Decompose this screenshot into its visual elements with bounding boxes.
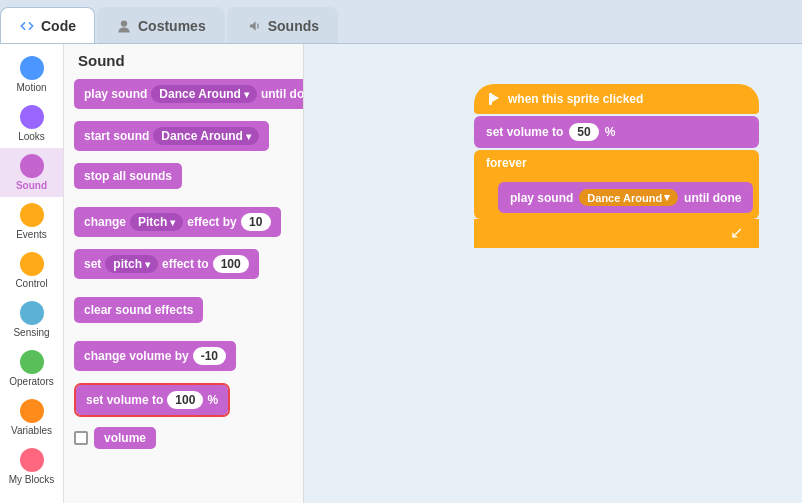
tab-code-label: Code	[41, 18, 76, 34]
stop-sounds-label: stop all sounds	[84, 169, 172, 183]
pitch-dropdown-2[interactable]: pitch	[105, 255, 158, 273]
clear-effects-label: clear sound effects	[84, 303, 193, 317]
code-area: when this sprite clicked set volume to 5…	[304, 44, 802, 503]
change-volume-label: change volume by	[84, 349, 189, 363]
block-set-volume-highlighted[interactable]: set volume to 100 %	[74, 383, 230, 417]
panel-title: Sound	[74, 52, 293, 69]
sidebar-item-motion[interactable]: Motion	[0, 50, 63, 99]
forever-arrow: ↙	[474, 219, 759, 248]
categories-sidebar: Motion Looks Sound Events Control Sensin…	[0, 44, 64, 503]
pitch-dropdown[interactable]: Pitch	[130, 213, 183, 231]
volume-change-value[interactable]: -10	[193, 347, 226, 365]
forever-label: forever	[486, 156, 527, 170]
costume-icon	[116, 18, 132, 34]
sound-dropdown-1[interactable]: Dance Around	[151, 85, 257, 103]
block-stop-sounds[interactable]: stop all sounds	[74, 163, 293, 195]
tab-costumes-label: Costumes	[138, 18, 206, 34]
canvas-inner-play-sound[interactable]: play sound Dance Around until done	[498, 182, 753, 213]
until-done-label: until done	[261, 87, 304, 101]
play-sound-label: play sound	[84, 87, 147, 101]
sidebar-item-control[interactable]: Control	[0, 246, 63, 295]
canvas-set-volume[interactable]: set volume to 50 %	[474, 116, 759, 148]
volume-set-value[interactable]: 100	[167, 391, 203, 409]
sidebar-label-events: Events	[16, 229, 47, 240]
svg-rect-1	[489, 93, 492, 105]
canvas-forever-block[interactable]: forever play sound Dance Around until do…	[474, 150, 759, 248]
change-label: change	[84, 215, 126, 229]
sidebar-item-operators[interactable]: Operators	[0, 344, 63, 393]
volume-var-label: volume	[104, 431, 146, 445]
svg-point-0	[121, 20, 127, 26]
block-start-sound[interactable]: start sound Dance Around	[74, 121, 293, 157]
events-dot	[20, 203, 44, 227]
start-sound-label: start sound	[84, 129, 149, 143]
pitch-value[interactable]: 10	[241, 213, 271, 231]
control-dot	[20, 252, 44, 276]
effect-by-label: effect by	[187, 215, 236, 229]
inner-sound-dropdown[interactable]: Dance Around	[579, 189, 678, 206]
tab-bar: Code Costumes Sounds	[0, 0, 802, 44]
set-volume-label: set volume to	[86, 393, 163, 407]
canvas-group: when this sprite clicked set volume to 5…	[474, 84, 759, 248]
tab-sounds[interactable]: Sounds	[227, 7, 338, 43]
block-play-sound-done[interactable]: play sound Dance Around until done	[74, 79, 293, 115]
percent-label: %	[207, 393, 218, 407]
motion-dot	[20, 56, 44, 80]
block-change-volume[interactable]: change volume by -10	[74, 341, 293, 377]
sidebar-item-myblocks[interactable]: My Blocks	[0, 442, 63, 491]
flag-icon	[486, 91, 502, 107]
sound-dropdown-2[interactable]: Dance Around	[153, 127, 259, 145]
set-label: set	[84, 257, 101, 271]
volume-checkbox-row: volume	[74, 427, 293, 449]
tab-code[interactable]: Code	[0, 7, 95, 43]
sidebar-label-sound: Sound	[16, 180, 47, 191]
tab-sounds-label: Sounds	[268, 18, 319, 34]
myblocks-dot	[20, 448, 44, 472]
sidebar-item-sound[interactable]: Sound	[0, 148, 63, 197]
canvas-vol-value[interactable]: 50	[569, 123, 598, 141]
tab-costumes[interactable]: Costumes	[97, 7, 225, 43]
sidebar-label-operators: Operators	[9, 376, 53, 387]
canvas-when-clicked[interactable]: when this sprite clicked	[474, 84, 759, 114]
forever-body: play sound Dance Around until done	[474, 176, 759, 219]
sidebar-item-looks[interactable]: Looks	[0, 99, 63, 148]
sound-tab-icon	[246, 18, 262, 34]
sidebar-item-sensing[interactable]: Sensing	[0, 295, 63, 344]
sidebar-label-control: Control	[15, 278, 47, 289]
when-clicked-text: when this sprite clicked	[508, 92, 643, 106]
looks-dot	[20, 105, 44, 129]
sidebar-label-myblocks: My Blocks	[9, 474, 55, 485]
main-layout: Motion Looks Sound Events Control Sensin…	[0, 44, 802, 503]
block-change-pitch[interactable]: change Pitch effect by 10	[74, 207, 293, 243]
sound-dot	[20, 154, 44, 178]
volume-checkbox[interactable]	[74, 431, 88, 445]
sidebar-label-sensing: Sensing	[13, 327, 49, 338]
variables-dot	[20, 399, 44, 423]
operators-dot	[20, 350, 44, 374]
sensing-dot	[20, 301, 44, 325]
code-icon	[19, 18, 35, 34]
inner-until-done: until done	[684, 191, 741, 205]
sidebar-label-motion: Motion	[16, 82, 46, 93]
effect-to-label: effect to	[162, 257, 209, 271]
pitch-value-2[interactable]: 100	[213, 255, 249, 273]
sidebar-label-variables: Variables	[11, 425, 52, 436]
sidebar-item-events[interactable]: Events	[0, 197, 63, 246]
blocks-panel: Sound play sound Dance Around until done…	[64, 44, 304, 503]
inner-play-label: play sound	[510, 191, 573, 205]
canvas-pct-label: %	[605, 125, 616, 139]
canvas-set-vol-label: set volume to	[486, 125, 563, 139]
sidebar-label-looks: Looks	[18, 131, 45, 142]
block-set-pitch[interactable]: set pitch effect to 100	[74, 249, 293, 285]
arrow-icon: ↙	[730, 223, 743, 242]
sidebar-item-variables[interactable]: Variables	[0, 393, 63, 442]
block-clear-effects[interactable]: clear sound effects	[74, 297, 293, 329]
